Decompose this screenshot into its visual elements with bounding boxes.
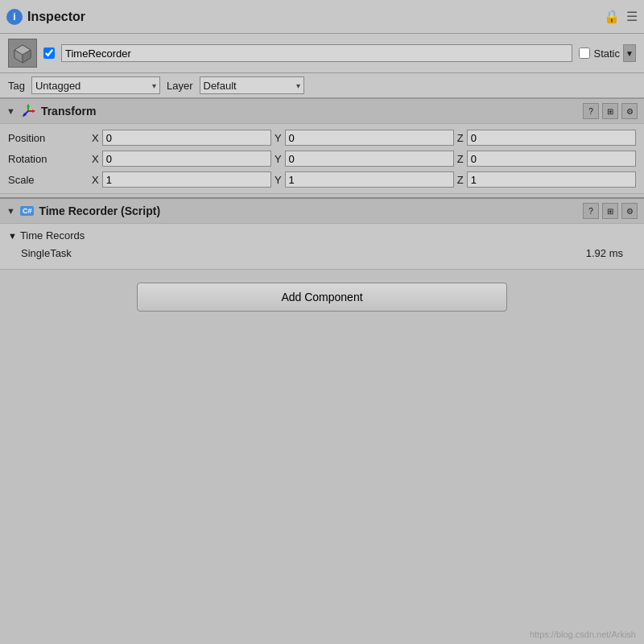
layer-label: Layer: [167, 80, 193, 92]
script-foldout[interactable]: ▼: [6, 206, 15, 216]
inspector-title: Inspector: [27, 10, 85, 24]
transform-body: Position X Y Z Rotation X Y Z Scale X Y: [0, 124, 644, 194]
position-y-label: Y: [271, 132, 285, 144]
cs-badge: C#: [20, 206, 35, 216]
svg-marker-7: [32, 109, 35, 113]
rotation-xyz: X Y Z: [89, 151, 636, 167]
rotation-z-label: Z: [454, 153, 467, 165]
object-thumbnail: [8, 39, 37, 68]
time-records-header: ▼ Time Records: [8, 227, 636, 244]
rotation-x-label: X: [89, 153, 102, 165]
script-settings-btn[interactable]: ⚙: [621, 203, 638, 219]
scale-x-input[interactable]: [102, 171, 271, 188]
tag-layer-row: Tag Untagged ▾ Layer Default ▾: [0, 73, 644, 98]
time-records-foldout[interactable]: ▼: [8, 231, 17, 241]
static-area: Static ▼: [579, 44, 636, 62]
single-task-row: SingleTask 1.92 ms: [8, 244, 636, 262]
transform-title: Transform: [41, 105, 578, 118]
script-section-btns: ? ⊞ ⚙: [583, 203, 638, 219]
script-body: ▼ Time Records SingleTask 1.92 ms: [0, 224, 644, 270]
menu-icon[interactable]: ☰: [626, 9, 638, 24]
rotation-label: Rotation: [8, 153, 89, 165]
script-layout-btn[interactable]: ⊞: [602, 203, 618, 219]
position-z-label: Z: [454, 132, 467, 144]
transform-icon: [20, 103, 36, 119]
rotation-z-input[interactable]: [467, 151, 636, 167]
svg-marker-5: [27, 104, 30, 107]
script-section-header: ▼ C# Time Recorder (Script) ? ⊞ ⚙: [0, 197, 644, 224]
rotation-x-input[interactable]: [102, 151, 271, 167]
layer-dropdown[interactable]: Default ▾: [200, 76, 304, 94]
transform-layout-btn[interactable]: ⊞: [602, 103, 618, 119]
scale-label: Scale: [8, 174, 89, 186]
position-y-input[interactable]: [285, 130, 454, 146]
script-help-btn[interactable]: ?: [583, 203, 599, 219]
lock-icon[interactable]: 🔒: [604, 9, 620, 24]
add-component-button[interactable]: Add Component: [137, 283, 507, 312]
watermark: https://blog.csdn.net/Arkish: [530, 630, 636, 639]
rotation-y-input[interactable]: [285, 151, 454, 167]
scale-xyz: X Y Z: [89, 171, 636, 188]
inspector-icon: i: [6, 9, 23, 25]
object-header: Static ▼: [0, 34, 644, 73]
position-z-input[interactable]: [467, 130, 636, 146]
rotation-y-label: Y: [271, 153, 285, 165]
scale-x-label: X: [89, 174, 102, 186]
object-active-checkbox[interactable]: [43, 47, 55, 59]
tag-dropdown[interactable]: Untagged ▾: [31, 76, 160, 94]
transform-settings-btn[interactable]: ⚙: [621, 103, 638, 119]
transform-section-header: ▼ Transform ? ⊞ ⚙: [0, 98, 644, 124]
position-xyz: X Y Z: [89, 130, 636, 146]
title-left: i Inspector: [6, 9, 85, 25]
add-component-area: Add Component: [0, 270, 644, 324]
task-name: SingleTask: [21, 247, 72, 259]
scale-row: Scale X Y Z: [0, 169, 644, 190]
transform-foldout[interactable]: ▼: [6, 106, 15, 116]
time-records-label: Time Records: [20, 229, 85, 242]
position-label: Position: [8, 132, 89, 144]
transform-section-btns: ? ⊞ ⚙: [583, 103, 638, 119]
rotation-row: Rotation X Y Z: [0, 148, 644, 169]
object-name-input[interactable]: [61, 44, 572, 62]
static-dropdown-arrow[interactable]: ▼: [623, 44, 636, 62]
static-label: Static: [593, 47, 620, 60]
task-value: 1.92 ms: [586, 247, 623, 259]
title-bar: i Inspector 🔒 ☰: [0, 0, 644, 34]
title-actions: 🔒 ☰: [604, 9, 638, 24]
scale-y-label: Y: [271, 174, 285, 186]
object-3d-icon: [11, 42, 34, 64]
position-row: Position X Y Z: [0, 127, 644, 148]
static-checkbox[interactable]: [579, 47, 590, 59]
scale-z-input[interactable]: [467, 171, 636, 188]
tag-label: Tag: [8, 80, 25, 92]
position-x-label: X: [89, 132, 102, 144]
position-x-input[interactable]: [102, 130, 271, 146]
scale-z-label: Z: [454, 174, 467, 186]
script-title: Time Recorder (Script): [39, 204, 578, 217]
transform-help-btn[interactable]: ?: [583, 103, 599, 119]
scale-y-input[interactable]: [285, 171, 454, 188]
